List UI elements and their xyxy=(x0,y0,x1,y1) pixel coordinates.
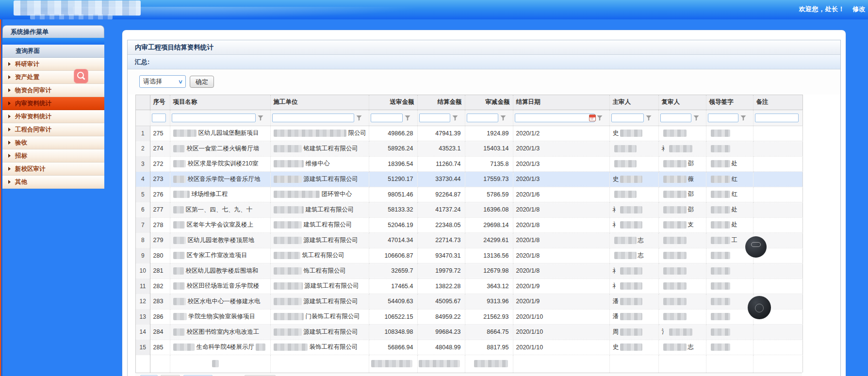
filter-gutter xyxy=(136,110,150,126)
column-header-1[interactable]: 序号 xyxy=(150,95,170,110)
filter-input-8[interactable] xyxy=(611,114,644,122)
redacted-text xyxy=(173,160,186,167)
column-header-4[interactable]: 送审金额 xyxy=(369,95,417,110)
floating-widget-button-top[interactable] xyxy=(745,236,767,258)
redacted-text xyxy=(711,206,730,213)
cell-reduced-amount: 24299.61 xyxy=(465,233,513,248)
sidebar-item-label: 内审资料统计 xyxy=(15,99,51,108)
modify-password-link[interactable]: 修改 xyxy=(852,5,866,13)
redacted-text xyxy=(173,206,184,213)
redacted-text xyxy=(274,237,302,244)
column-header-8[interactable]: 主审人 xyxy=(609,95,658,110)
sidebar-item-8[interactable]: 招标 xyxy=(2,149,104,163)
sidebar-item-4[interactable]: 内审资料统计 xyxy=(2,97,104,110)
redacted-text xyxy=(419,360,460,367)
filter-input-4[interactable] xyxy=(371,114,403,122)
filter-cell xyxy=(706,110,753,126)
column-header-5[interactable]: 结算金额 xyxy=(417,95,465,110)
calendar-icon[interactable] xyxy=(589,114,596,121)
table-row[interactable]: 13286学院生物实验室装修项目门装饰工程有限公司106522.1584959.… xyxy=(136,309,802,325)
table-row[interactable]: 14284校区图书馆室内水电改造工源建筑工程有限公司108348.9899684… xyxy=(136,325,802,340)
filter-input-6[interactable] xyxy=(467,114,498,122)
table-row[interactable]: 7278区老年大学会议室及楼上建筑工程有限公司52046.1922348.052… xyxy=(136,217,802,233)
cell-settled-amount: 11260.74 xyxy=(417,156,465,172)
cell-serial: 285 xyxy=(150,340,170,355)
column-header-9[interactable]: 复审人 xyxy=(658,95,706,110)
cell-settlement-date: 2020/1/3 xyxy=(513,141,609,157)
table-row[interactable]: 8279区幼儿园老教学楼顶层地源建筑工程有限公司47014.3422714.73… xyxy=(136,233,802,248)
sidebar-item-1[interactable]: 科研审计 xyxy=(2,58,104,71)
cell-submitted-amount: 51290.17 xyxy=(369,172,417,187)
sidebar-item-3[interactable]: 物资合同审计 xyxy=(2,84,104,97)
redacted-text xyxy=(663,252,687,259)
filter-input-2[interactable] xyxy=(172,114,256,122)
row-number: 4 xyxy=(136,172,150,187)
table-row[interactable]: 5276球场维修工程团环管中心98051.4692264.875786.5920… xyxy=(136,187,802,202)
filter-input-7[interactable] xyxy=(515,114,595,122)
filter-funnel-icon[interactable] xyxy=(452,115,458,121)
filter-input-3[interactable] xyxy=(272,114,354,122)
cell-serial: 274 xyxy=(150,141,170,157)
column-header-6[interactable]: 审减金额 xyxy=(465,95,513,110)
summary-select[interactable]: 请选择 ˅ xyxy=(139,75,186,88)
column-header-11[interactable]: 备注 xyxy=(753,95,802,110)
filter-funnel-icon[interactable] xyxy=(646,115,652,121)
arrow-right-icon xyxy=(8,167,11,171)
table-row[interactable]: 10281校区幼儿园教学楼后围墙和饰工程有限公司32659.719979.721… xyxy=(136,263,802,279)
cell-submitted-amount: 18396.54 xyxy=(369,156,417,172)
filter-input-10[interactable] xyxy=(708,114,738,122)
filter-cell xyxy=(417,110,465,126)
filter-input-11[interactable] xyxy=(755,114,799,122)
cell-reduced-amount: 17559.73 xyxy=(465,172,513,187)
cell-settlement-date: 2020/1/10 xyxy=(513,325,609,340)
filter-input-9[interactable] xyxy=(660,114,691,122)
filter-funnel-icon[interactable] xyxy=(597,115,603,121)
redacted-text xyxy=(173,221,185,229)
filter-funnel-icon[interactable] xyxy=(258,115,263,121)
person-cell xyxy=(706,340,753,355)
cell-settled-amount: 47941.39 xyxy=(417,126,465,141)
column-header-10[interactable]: 领导签字 xyxy=(706,95,753,110)
filter-input-5[interactable] xyxy=(419,114,450,122)
filter-funnel-icon[interactable] xyxy=(356,115,362,121)
floating-search-button[interactable] xyxy=(74,69,88,83)
redacted-text xyxy=(274,191,320,198)
sidebar-item-query-home[interactable]: 查询界面 xyxy=(2,45,104,58)
sidebar-item-5[interactable]: 外审资料统计 xyxy=(2,110,104,123)
filter-funnel-icon[interactable] xyxy=(740,115,746,121)
table-row[interactable]: 2274校区一食堂二楼火锅餐厅墙铭建筑工程有限公司58926.2443523.1… xyxy=(136,141,802,157)
table-row[interactable]: 15285生命科学院4楼展示厅装饰工程有限公司56866.9448048.998… xyxy=(136,340,802,355)
table-row[interactable]: 6277区第一、四、七、九、十建筑工程有限公司58133.3241737.241… xyxy=(136,202,802,218)
filter-funnel-icon[interactable] xyxy=(405,115,410,121)
cell-reduced-amount: 13136.56 xyxy=(465,248,513,263)
confirm-button[interactable]: 确定 xyxy=(190,76,214,88)
summary-cell xyxy=(706,355,753,373)
table-row[interactable]: 4273校区音乐学院一楼音乐厅地源建筑工程有限公司51290.1733730.4… xyxy=(136,172,802,187)
table-row[interactable]: 9280区专家工作室改造项目筑工程有限公司106606.8793470.3113… xyxy=(136,248,802,263)
cell-reduced-amount: 8817.95 xyxy=(465,340,513,355)
column-header-7[interactable]: 结算日期 xyxy=(513,95,609,110)
redacted-text xyxy=(663,343,687,351)
sidebar-item-10[interactable]: 其他 xyxy=(2,176,104,189)
filter-input-1[interactable] xyxy=(152,114,166,122)
cell-submitted-amount: 58926.24 xyxy=(369,141,417,157)
cell-project-name: 学院生物实验室装修项目 xyxy=(170,309,270,325)
person-cell xyxy=(609,141,658,157)
filter-funnel-icon[interactable] xyxy=(500,115,506,121)
sidebar-item-9[interactable]: 新校区审计 xyxy=(2,163,104,176)
table-row[interactable]: 11282校区田径场靠近音乐学院楼源建筑工程有限公司17465.413822.2… xyxy=(136,278,802,294)
cell-project-name: 校区田径场靠近音乐学院楼 xyxy=(170,278,270,294)
sidebar-item-6[interactable]: 工程合同审计 xyxy=(2,123,104,136)
table-row[interactable]: 12283校区水电中心一楼修建水电源建筑工程有限公司54409.6345095.… xyxy=(136,294,802,310)
column-header-3[interactable]: 施工单位 xyxy=(270,95,369,110)
filter-funnel-icon[interactable] xyxy=(693,115,699,121)
column-header-2[interactable]: 项目名称 xyxy=(170,95,270,110)
sidebar-item-7[interactable]: 验收 xyxy=(2,136,104,149)
cell-project-name: 区幼儿园老教学楼顶层地 xyxy=(170,233,270,248)
redacted-text xyxy=(669,328,692,336)
table-row[interactable]: 3272校区求是学院实训楼210室维修中心18396.5411260.74713… xyxy=(136,156,802,172)
sidebar-item-2[interactable]: 资产处置 xyxy=(2,71,104,84)
floating-widget-button-bottom[interactable] xyxy=(748,296,771,319)
table-row[interactable]: 1275区幼儿园城堡翻新项目限公司49866.2847941.391924.89… xyxy=(136,126,802,141)
redacted-text xyxy=(711,176,730,183)
